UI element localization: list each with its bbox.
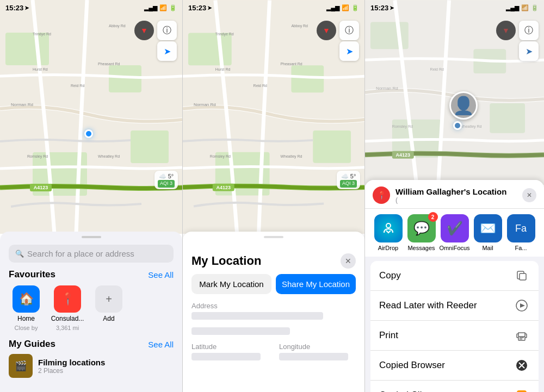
signal-icon-3: ▂▄▆ xyxy=(506,4,519,11)
info-button-3[interactable]: ⓘ xyxy=(519,21,539,40)
latitude-value xyxy=(191,353,261,360)
compass-1: ▼ xyxy=(134,21,154,40)
wifi-icon-3: 📶 xyxy=(521,4,529,11)
status-time-1: 15:23 ➤ xyxy=(5,4,29,12)
location-button-2[interactable]: ➤ xyxy=(339,41,359,61)
favourites-title: Favourites xyxy=(9,269,55,280)
fav-add[interactable]: + Add xyxy=(91,285,126,331)
svg-rect-31 xyxy=(370,22,409,49)
longitude-value xyxy=(279,353,348,360)
action-copied-browser[interactable]: Copied Browser xyxy=(370,351,539,381)
share-header: 📍 William Gallagher's Location ( ✕ xyxy=(365,180,544,208)
messages-icon: 💬 2 xyxy=(407,214,436,242)
share-app-omnifocus[interactable]: ✔️ OmniFocus xyxy=(439,214,470,251)
guide-title: Filming locations xyxy=(38,358,174,367)
guides-see-all[interactable]: See All xyxy=(148,340,174,349)
svg-text:Norman Rd: Norman Rd xyxy=(11,102,33,107)
fav-home[interactable]: 🏠 Home Close by xyxy=(9,285,44,331)
search-bar[interactable]: 🔍 Search for a place or address xyxy=(9,245,174,263)
svg-text:Norman Rd: Norman Rd xyxy=(194,102,216,107)
guides-title: My Guides xyxy=(9,339,55,350)
guides-header: My Guides See All xyxy=(9,339,174,350)
svg-text:Hurst Rd: Hurst Rd xyxy=(33,67,48,71)
info-button[interactable]: ⓘ xyxy=(157,21,177,40)
svg-text:Trindye Rd: Trindye Rd xyxy=(215,32,234,36)
weather-badge-2: ☁️ 5° AQI 3 xyxy=(337,171,360,189)
share-actions-list: Copy Read Later with Reeder xyxy=(370,261,539,392)
svg-rect-17 xyxy=(291,65,324,92)
location-button-row: Mark My Location Share My Location xyxy=(183,274,364,302)
airdrop-label: AirDrop xyxy=(378,245,398,251)
weather-badge-1: ☁️ 5° AQI 3 xyxy=(154,171,178,189)
guide-thumb: 🎬 xyxy=(9,354,33,378)
svg-text:Abboy Rd: Abboy Rd xyxy=(291,24,308,28)
svg-rect-34 xyxy=(490,103,525,133)
messages-label: Messages xyxy=(407,245,435,251)
location-button[interactable]: ➤ xyxy=(157,41,177,61)
messages-symbol: 💬 xyxy=(413,221,430,236)
consulad-sublabel: 3,361 mi xyxy=(56,325,79,331)
add-label: Add xyxy=(103,315,114,322)
svg-text:Norman Rd: Norman Rd xyxy=(376,86,398,91)
share-app-mail[interactable]: ✉️ Mail xyxy=(472,214,503,251)
bottom-sheet-1: 🔍 Search for a place or address Favourit… xyxy=(0,232,182,392)
svg-text:Hurst Rd: Hurst Rd xyxy=(215,67,231,71)
mail-icon: ✉️ xyxy=(474,214,502,242)
svg-text:Wheatley Rd: Wheatley Rd xyxy=(460,125,481,129)
longitude-label: Longitude xyxy=(279,343,356,351)
wifi-icon-2: 📶 xyxy=(342,4,349,11)
address-value-bar xyxy=(191,312,323,320)
svg-point-41 xyxy=(386,223,391,228)
svg-text:A4123: A4123 xyxy=(217,185,231,190)
close-button-2[interactable]: ✕ xyxy=(341,253,356,269)
status-bar-3: 15:23 ➤ ▂▄▆ 📶 🔋 xyxy=(365,0,544,15)
share-app-airdrop[interactable]: AirDrop xyxy=(373,214,404,251)
airdrop-icon xyxy=(374,214,403,242)
copy-label: Copy xyxy=(379,270,401,281)
svg-rect-4 xyxy=(131,130,169,163)
svg-text:Reid Rd: Reid Rd xyxy=(430,67,444,71)
info-button-2[interactable]: ⓘ xyxy=(339,21,359,40)
fa-label: Fa... xyxy=(515,245,527,251)
svg-text:Wheatley Rd: Wheatley Rd xyxy=(98,154,120,159)
copy-icon xyxy=(514,267,530,284)
omnifocus-label: OmniFocus xyxy=(439,245,469,251)
svg-text:Pheasant Rd: Pheasant Rd xyxy=(280,62,302,66)
share-sheet: 📍 William Gallagher's Location ( ✕ AirDr… xyxy=(365,180,544,392)
action-copy[interactable]: Copy xyxy=(370,261,539,291)
action-print[interactable]: Print xyxy=(370,321,539,351)
share-app-messages[interactable]: 💬 2 Messages xyxy=(406,214,437,251)
favourites-see-all[interactable]: See All xyxy=(148,270,174,279)
status-time-3: 15:23 ➤ xyxy=(370,4,394,12)
omnifocus-icon: ✔️ xyxy=(441,214,469,242)
fav-consulad[interactable]: 📍 Consulad... 3,361 mi xyxy=(50,285,85,331)
svg-text:Reid Rd: Reid Rd xyxy=(71,84,84,88)
home-sublabel: Close by xyxy=(15,325,38,331)
mark-location-button[interactable]: Mark My Location xyxy=(191,274,271,294)
coords-row: Latitude Longitude xyxy=(191,343,356,368)
share-location-button[interactable]: Share My Location xyxy=(276,274,356,294)
guide-filming[interactable]: 🎬 Filming locations 2 Places xyxy=(9,354,174,378)
copied-browser-label: Copied Browser xyxy=(379,360,445,371)
copied-clipper-label: Copied Clipper xyxy=(379,390,440,392)
action-copied-clipper[interactable]: Copied Clipper C xyxy=(370,381,539,392)
sheet-handle-2 xyxy=(264,236,283,238)
location-button-3[interactable]: ➤ xyxy=(519,41,539,61)
compass-3: ▼ xyxy=(496,21,516,40)
svg-text:A4123: A4123 xyxy=(34,185,48,190)
svg-text:Romsley Rd: Romsley Rd xyxy=(210,154,231,159)
svg-rect-16 xyxy=(188,33,232,65)
status-icons-2: ▂▄▆ 📶 🔋 xyxy=(326,4,359,11)
battery-icon-3: 🔋 xyxy=(531,4,539,11)
panel-share-sheet: Norman Rd Reid Rd Romsley Rd Wheatley Rd… xyxy=(364,0,544,392)
copied-clipper-icon: C xyxy=(514,387,530,392)
action-read-later[interactable]: Read Later with Reeder xyxy=(370,291,539,321)
latitude-label: Latitude xyxy=(191,343,268,351)
fa-icon: Fa xyxy=(507,214,535,242)
messages-badge: 2 xyxy=(428,212,438,222)
consulad-icon: 📍 xyxy=(54,285,81,313)
status-bar-2: 15:23 ➤ ▂▄▆ 📶 🔋 xyxy=(183,0,364,15)
share-app-fa[interactable]: Fa Fa... xyxy=(505,214,536,251)
share-close-button[interactable]: ✕ xyxy=(522,188,536,202)
search-icon: 🔍 xyxy=(15,250,24,258)
